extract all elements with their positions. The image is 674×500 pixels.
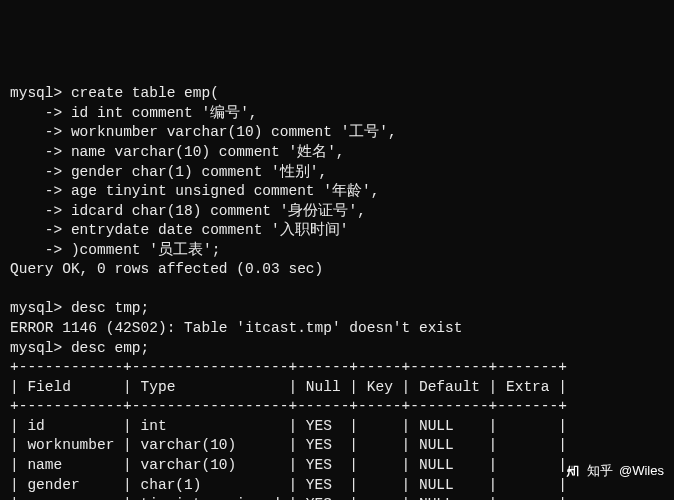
- cont-prompt: ->: [10, 242, 62, 258]
- sql-line: desc tmp;: [71, 300, 149, 316]
- table-border: +------------+------------------+------+…: [10, 359, 567, 375]
- prompt: mysql>: [10, 300, 62, 316]
- watermark-author: @Wiles: [619, 462, 664, 480]
- sql-line: worknumber varchar(10) comment '工号',: [71, 124, 397, 140]
- watermark: 知乎 @Wiles: [565, 462, 664, 480]
- table-row: | age | tinyint unsigned | YES | | NULL …: [10, 496, 567, 500]
- sql-line: entrydate date comment '入职时间': [71, 222, 349, 238]
- sql-line: idcard char(18) comment '身份证号',: [71, 203, 366, 219]
- sql-line: create table emp(: [71, 85, 219, 101]
- sql-line: )comment '员工表';: [71, 242, 220, 258]
- sql-line: id int comment '编号',: [71, 105, 258, 121]
- table-row: | id | int | YES | | NULL | |: [10, 418, 567, 434]
- table-border: +------------+------------------+------+…: [10, 398, 567, 414]
- cont-prompt: ->: [10, 124, 62, 140]
- sql-line: desc emp;: [71, 340, 149, 356]
- zhihu-icon: [565, 463, 581, 479]
- sql-line: gender char(1) comment '性别',: [71, 164, 327, 180]
- watermark-site: 知乎: [587, 462, 613, 480]
- table-row: | worknumber | varchar(10) | YES | | NUL…: [10, 437, 567, 453]
- cont-prompt: ->: [10, 203, 62, 219]
- sql-line: name varchar(10) comment '姓名',: [71, 144, 345, 160]
- cont-prompt: ->: [10, 222, 62, 238]
- error-line: ERROR 1146 (42S02): Table 'itcast.tmp' d…: [10, 320, 462, 336]
- cont-prompt: ->: [10, 183, 62, 199]
- sql-line: age tinyint unsigned comment '年龄',: [71, 183, 379, 199]
- table-row: | gender | char(1) | YES | | NULL | |: [10, 477, 567, 493]
- cont-prompt: ->: [10, 164, 62, 180]
- query-ok: Query OK, 0 rows affected (0.03 sec): [10, 261, 323, 277]
- cont-prompt: ->: [10, 144, 62, 160]
- table-header: | Field | Type | Null | Key | Default | …: [10, 379, 567, 395]
- cont-prompt: ->: [10, 105, 62, 121]
- table-row: | name | varchar(10) | YES | | NULL | |: [10, 457, 567, 473]
- prompt: mysql>: [10, 85, 62, 101]
- prompt: mysql>: [10, 340, 62, 356]
